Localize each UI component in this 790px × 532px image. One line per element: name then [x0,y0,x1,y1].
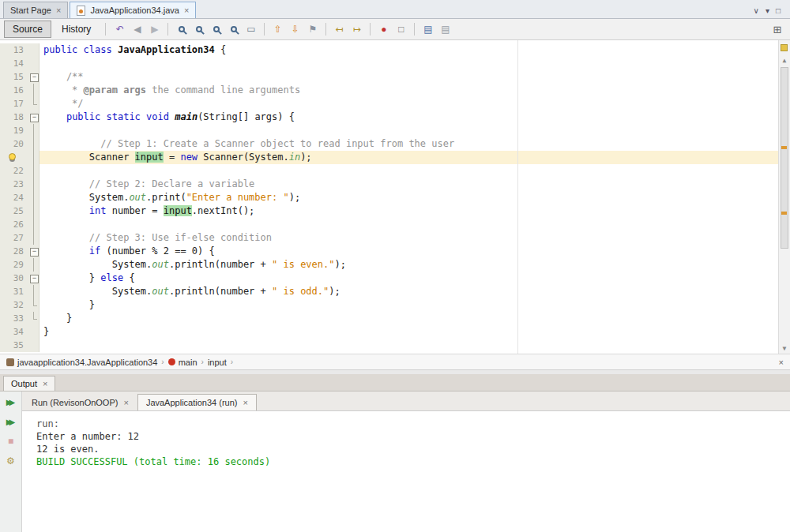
previous-bookmark-icon[interactable]: ⇧ [269,21,286,38]
code-text[interactable]: System.out.println(number + " is odd."); [40,285,790,298]
code-line[interactable]: 34} [0,325,790,339]
shift-line-right-icon[interactable]: ↦ [348,21,365,38]
fold-toggle-icon[interactable] [28,245,40,258]
code-text[interactable]: // Step 2: Declare a variable [40,178,790,191]
code-line[interactable]: 20 // Step 1: Create a Scanner object to… [0,137,790,151]
scrollbar-thumb[interactable] [781,67,788,249]
code-text[interactable]: } else { [40,272,790,285]
rerun-with-args-icon[interactable]: ▶▶ [3,414,19,429]
stop-icon[interactable]: ■ [3,434,19,448]
code-line[interactable]: 32 } [0,298,790,312]
code-text[interactable]: public class JavaApplication34 { [40,43,790,57]
back-icon[interactable]: ◀ [129,21,145,38]
code-line[interactable]: 15 /** [0,70,790,84]
toolbar-overflow-icon[interactable]: ⊞ [769,21,786,38]
start-macro-recording-icon[interactable]: ● [375,21,392,38]
breadcrumb-item[interactable]: main [168,358,198,367]
code-text[interactable] [40,164,790,178]
fold-toggle-icon[interactable] [28,111,40,124]
scroll-up-icon[interactable]: ▲ [779,54,790,66]
code-text[interactable]: // Step 3: Use if-else condition [40,231,790,245]
code-line[interactable]: 25 int number = input.nextInt(); [0,204,790,218]
breadcrumb-close-icon[interactable]: × [779,358,784,367]
code-text[interactable] [40,124,790,137]
toggle-highlight-search-icon[interactable] [225,21,242,38]
code-text[interactable] [40,218,790,231]
fold-toggle-icon[interactable] [28,70,40,84]
code-text[interactable]: int number = input.nextInt(); [40,204,790,218]
tab-close-icon[interactable]: × [123,398,128,407]
tab-close-icon[interactable]: × [243,398,247,407]
code-text[interactable]: // Step 1: Create a Scanner object to re… [40,137,790,151]
editor-scrollbar[interactable]: ▲ ▼ [778,40,790,354]
code-text[interactable] [40,57,790,70]
find-next-icon[interactable] [190,21,207,38]
tab-close-icon[interactable]: × [184,6,189,15]
document-list-dropdown-icon[interactable]: ▾ [766,6,769,15]
error-stripe-mark[interactable] [781,146,787,149]
code-text[interactable]: System.out.print("Enter a number: "); [40,191,790,204]
comment-icon[interactable]: ▤ [419,21,436,38]
code-editor[interactable]: 13public class JavaApplication34 {1415 /… [0,40,790,354]
code-text[interactable]: * @param args the command line arguments [40,84,790,97]
code-line[interactable]: 31 System.out.println(number + " is odd.… [0,285,790,298]
toggle-bookmark-icon[interactable]: ⚑ [304,21,321,38]
output-window-close-icon[interactable]: × [43,379,47,388]
forward-icon[interactable]: ▶ [146,21,163,38]
error-stripe-summary[interactable] [781,44,788,51]
next-bookmark-icon[interactable]: ⇩ [287,21,303,38]
code-text[interactable]: Scanner input = new Scanner(System.in); [40,151,790,164]
code-line[interactable]: 14 [0,57,790,70]
breadcrumb-item[interactable]: input [208,358,227,367]
minimize-window-group-icon[interactable]: ∨ [754,6,759,15]
find-selection-icon[interactable] [173,21,190,38]
code-line[interactable]: 16 * @param args the command line argume… [0,84,790,97]
code-text[interactable]: if (number % 2 == 0) { [40,245,790,258]
document-tab[interactable]: JavaApplication34.java× [70,2,196,18]
code-line[interactable]: 35 [0,339,790,352]
tab-close-icon[interactable]: × [56,6,61,15]
code-line[interactable]: Scanner input = new Scanner(System.in); [0,151,790,164]
fold-toggle-icon[interactable] [28,272,40,285]
code-line[interactable]: 23 // Step 2: Declare a variable [0,178,790,191]
code-text[interactable]: } [40,325,790,339]
code-line[interactable]: 26 [0,218,790,231]
code-line[interactable]: 22 [0,164,790,178]
code-text[interactable]: } [40,312,790,325]
find-previous-icon[interactable] [208,21,224,38]
error-stripe-mark[interactable] [781,212,787,215]
shift-line-left-icon[interactable]: ↤ [331,21,348,38]
run-tab[interactable]: JavaApplication34 (run)× [137,394,257,410]
source-view-button[interactable]: Source [4,21,51,38]
document-tab[interactable]: Start Page× [3,2,68,18]
code-line[interactable]: 29 System.out.println(number + " is even… [0,258,790,272]
code-line[interactable]: 33 } [0,312,790,325]
select-in-projects-icon[interactable]: ▭ [243,21,259,38]
code-text[interactable]: /** [40,70,790,84]
stop-macro-recording-icon[interactable]: □ [393,21,409,38]
maximize-window-icon[interactable]: □ [776,6,781,15]
code-line[interactable]: 28 if (number % 2 == 0) { [0,245,790,258]
code-text[interactable]: System.out.println(number + " is even.")… [40,258,790,272]
rerun-icon[interactable]: ▶▶ [3,395,19,409]
hint-bulb-icon[interactable] [0,151,28,164]
console-output[interactable]: run:Enter a number: 1212 is even.BUILD S… [22,411,790,532]
code-line[interactable]: 17 */ [0,97,790,111]
code-line[interactable]: 13public class JavaApplication34 { [0,43,790,57]
code-text[interactable] [40,339,790,352]
code-line[interactable]: 27 // Step 3: Use if-else condition [0,231,790,245]
code-line[interactable]: 24 System.out.print("Enter a number: "); [0,191,790,204]
code-text[interactable]: } [40,298,790,312]
code-line[interactable]: 18 public static void main(String[] args… [0,111,790,124]
code-line[interactable]: 30 } else { [0,272,790,285]
output-window-tab[interactable]: Output × [3,376,55,391]
code-text[interactable]: */ [40,97,790,111]
run-tab[interactable]: Run (RevisonOnOOP)× [24,395,137,410]
breadcrumb-item[interactable]: javaapplication34.JavaApplication34 [6,358,157,367]
last-edit-position-icon[interactable]: ↶ [111,21,128,38]
scroll-down-icon[interactable]: ▼ [779,343,790,354]
uncomment-icon[interactable]: ▤ [437,21,453,38]
code-text[interactable]: public static void main(String[] args) { [40,111,790,124]
ant-settings-icon[interactable]: ⚙ [3,454,19,468]
code-line[interactable]: 19 [0,124,790,137]
